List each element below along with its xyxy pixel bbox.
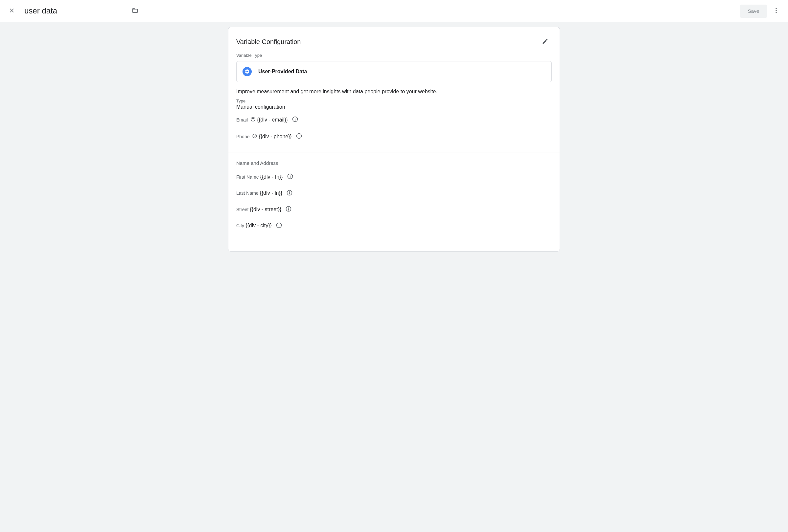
field-first-name-value: {{dlv - fn}} xyxy=(260,174,282,180)
field-city-value: {{dlv - city}} xyxy=(245,223,272,229)
more-menu-button[interactable] xyxy=(770,5,783,18)
field-phone-value: {{dlv - phone}} xyxy=(259,134,292,140)
svg-point-9 xyxy=(255,137,255,137)
field-city-label: City xyxy=(236,223,244,228)
field-phone: Phone {{dlv - phone}} xyxy=(229,133,559,149)
variable-type-selector[interactable]: User-Provided Data xyxy=(236,61,552,82)
close-icon xyxy=(8,7,15,15)
field-email-value: {{dlv - email}} xyxy=(257,117,288,123)
card-title: Variable Configuration xyxy=(236,38,301,46)
field-last-name-value: {{dlv - ln}} xyxy=(260,190,282,196)
info-icon[interactable] xyxy=(276,222,282,229)
svg-point-7 xyxy=(295,118,295,119)
svg-point-18 xyxy=(289,191,290,192)
field-phone-label: Phone xyxy=(236,134,250,139)
topbar: Save xyxy=(0,0,788,22)
info-icon[interactable] xyxy=(292,116,298,123)
field-last-name: Last Name {{dlv - ln}} xyxy=(229,189,559,206)
pencil-icon xyxy=(542,38,548,46)
name-address-heading: Name and Address xyxy=(229,160,559,173)
help-icon[interactable] xyxy=(250,117,256,123)
field-city: City {{dlv - city}} xyxy=(229,222,559,239)
variable-type-name: User-Provided Data xyxy=(258,69,307,75)
field-email: Email {{dlv - email}} xyxy=(229,116,559,133)
topbar-left xyxy=(5,5,740,18)
gear-chip-icon xyxy=(242,67,252,76)
folder-button[interactable] xyxy=(129,5,142,18)
info-icon[interactable] xyxy=(286,189,293,197)
variable-title-input[interactable] xyxy=(24,5,122,17)
svg-point-15 xyxy=(290,175,291,176)
field-email-label: Email xyxy=(236,117,248,122)
svg-point-21 xyxy=(288,207,289,208)
config-type-value: Manual configuration xyxy=(229,103,559,116)
svg-point-2 xyxy=(775,12,776,13)
svg-point-1 xyxy=(775,10,776,11)
svg-point-4 xyxy=(253,120,253,121)
close-button[interactable] xyxy=(5,5,18,18)
save-button[interactable]: Save xyxy=(740,5,767,18)
description-text: Improve measurement and get more insight… xyxy=(229,89,559,99)
variable-type-label: Variable Type xyxy=(229,53,559,61)
info-icon[interactable] xyxy=(296,133,302,140)
more-vert-icon xyxy=(773,7,780,15)
variable-config-card: Variable Configuration Variable Type Use… xyxy=(228,27,560,251)
config-type-label: Type xyxy=(229,99,559,103)
svg-point-0 xyxy=(775,8,776,9)
svg-point-12 xyxy=(299,135,299,135)
help-icon[interactable] xyxy=(252,133,257,140)
field-last-name-label: Last Name xyxy=(236,190,259,196)
field-street: Street {{dlv - street}} xyxy=(229,206,559,222)
svg-point-24 xyxy=(279,224,279,224)
info-icon[interactable] xyxy=(287,173,293,181)
info-icon[interactable] xyxy=(285,206,292,213)
field-street-value: {{dlv - street}} xyxy=(250,207,281,212)
field-first-name: First Name {{dlv - fn}} xyxy=(229,173,559,189)
page: Variable Configuration Variable Type Use… xyxy=(0,22,788,251)
field-street-label: Street xyxy=(236,207,249,212)
folder-icon xyxy=(132,7,138,15)
section-divider xyxy=(229,152,559,152)
edit-button[interactable] xyxy=(538,35,552,48)
field-first-name-label: First Name xyxy=(236,175,259,180)
